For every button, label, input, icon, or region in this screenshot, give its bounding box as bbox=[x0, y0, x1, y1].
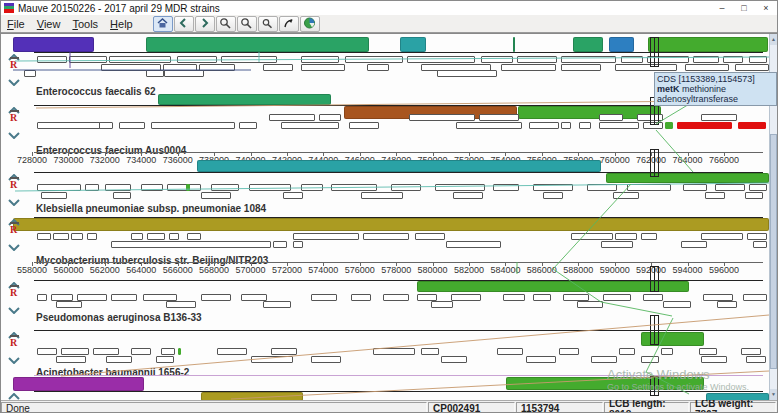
expand-track-down-icon[interactable] bbox=[8, 350, 20, 357]
gene-feature-box[interactable] bbox=[417, 294, 437, 301]
gene-feature-box[interactable] bbox=[441, 356, 467, 363]
gene-feature-box[interactable] bbox=[311, 294, 337, 301]
gene-feature-box[interactable] bbox=[131, 348, 151, 355]
expand-track-up-icon[interactable] bbox=[8, 325, 20, 332]
gene-feature-box[interactable] bbox=[561, 122, 571, 129]
gene-feature-box[interactable] bbox=[53, 233, 69, 240]
gene-feature-box[interactable] bbox=[151, 122, 235, 129]
gene-feature-box[interactable] bbox=[271, 348, 297, 355]
gene-feature-box[interactable] bbox=[743, 294, 767, 301]
gene-feature-box[interactable] bbox=[166, 301, 196, 308]
selection-highlight-box[interactable] bbox=[650, 266, 659, 292]
selection-highlight-box[interactable] bbox=[650, 149, 659, 177]
maximize-button[interactable]: □ bbox=[733, 3, 755, 13]
gene-feature-box[interactable] bbox=[745, 192, 763, 199]
gene-feature-box[interactable] bbox=[273, 241, 287, 248]
gene-feature-box[interactable] bbox=[749, 184, 767, 191]
gene-feature-box[interactable] bbox=[701, 356, 727, 363]
scroll-down-icon[interactable]: ▼ bbox=[770, 389, 777, 400]
gene-feature-box[interactable] bbox=[753, 241, 767, 248]
gene-feature-box[interactable] bbox=[493, 184, 519, 191]
gene-feature-box[interactable] bbox=[699, 348, 717, 355]
gene-feature-box[interactable] bbox=[705, 192, 725, 199]
lcb-block[interactable] bbox=[609, 37, 634, 52]
gene-feature-box[interactable] bbox=[37, 184, 81, 191]
gene-feature-box[interactable] bbox=[407, 56, 475, 63]
home-button[interactable] bbox=[153, 16, 173, 32]
gene-feature-box[interactable] bbox=[643, 294, 663, 301]
reverse-strand-icon[interactable]: R bbox=[10, 225, 17, 235]
lcb-block[interactable] bbox=[513, 37, 515, 52]
gene-feature-box[interactable] bbox=[517, 56, 557, 63]
gene-feature-box[interactable] bbox=[24, 70, 36, 77]
gene-feature-box[interactable] bbox=[311, 356, 341, 363]
gene-feature-box[interactable] bbox=[627, 184, 671, 191]
gene-feature-box[interactable] bbox=[211, 184, 239, 191]
gene-feature-box[interactable] bbox=[663, 301, 691, 308]
gene-feature-box[interactable] bbox=[111, 294, 137, 301]
gene-feature-box[interactable] bbox=[345, 56, 403, 63]
gene-feature-box[interactable] bbox=[263, 64, 293, 71]
gene-feature-box[interactable] bbox=[603, 294, 631, 301]
lcb-block[interactable] bbox=[706, 393, 769, 400]
gene-feature-box[interactable] bbox=[161, 348, 175, 355]
gene-feature-box[interactable] bbox=[741, 348, 761, 355]
gene-feature-box[interactable] bbox=[526, 356, 556, 363]
expand-track-up-icon[interactable] bbox=[8, 100, 20, 107]
gene-feature-box[interactable] bbox=[111, 241, 271, 248]
close-button[interactable]: × bbox=[755, 3, 777, 13]
gene-feature-box[interactable] bbox=[281, 122, 339, 129]
gene-feature-box[interactable] bbox=[579, 122, 591, 129]
gene-feature-box[interactable] bbox=[361, 192, 403, 199]
lcb-block[interactable] bbox=[506, 377, 704, 390]
gene-feature-box[interactable] bbox=[456, 122, 522, 129]
gene-feature-box[interactable] bbox=[201, 192, 231, 199]
gene-feature-box[interactable] bbox=[497, 348, 523, 355]
gene-feature-box[interactable] bbox=[69, 56, 107, 63]
gene-feature-box[interactable] bbox=[641, 356, 659, 363]
gene-feature-box[interactable] bbox=[641, 233, 657, 240]
gene-feature-box[interactable] bbox=[187, 233, 201, 240]
gene-feature-box[interactable] bbox=[293, 241, 303, 248]
gene-feature-box[interactable] bbox=[77, 294, 107, 301]
gene-feature-box[interactable] bbox=[217, 348, 247, 355]
gene-feature-box[interactable] bbox=[263, 301, 291, 308]
gene-feature-box[interactable] bbox=[301, 184, 323, 191]
reverse-strand-icon[interactable]: R bbox=[10, 288, 17, 298]
expand-track-down-icon[interactable] bbox=[8, 125, 20, 132]
gene-feature-box[interactable] bbox=[56, 356, 86, 363]
gene-feature-box[interactable] bbox=[143, 294, 177, 301]
gene-feature-box[interactable] bbox=[383, 294, 409, 301]
gene-feature-box[interactable] bbox=[119, 122, 145, 129]
selection-highlight-box[interactable] bbox=[650, 315, 659, 345]
gene-feature-box[interactable] bbox=[106, 356, 132, 363]
gene-feature-box[interactable] bbox=[435, 184, 485, 191]
gene-feature-box[interactable] bbox=[146, 70, 164, 77]
gene-feature-box[interactable] bbox=[723, 56, 743, 63]
gene-feature-box[interactable] bbox=[619, 348, 635, 355]
gene-feature-box[interactable] bbox=[501, 64, 556, 71]
gene-feature-box[interactable] bbox=[533, 294, 551, 301]
gene-feature-box[interactable] bbox=[109, 56, 171, 63]
shift-right-button[interactable] bbox=[195, 16, 215, 32]
gene-feature-box[interactable] bbox=[701, 114, 737, 121]
gene-feature-box[interactable] bbox=[415, 233, 445, 240]
gene-feature-box[interactable] bbox=[241, 294, 267, 301]
selection-highlight-box[interactable] bbox=[650, 376, 659, 396]
lcb-block[interactable] bbox=[201, 392, 303, 400]
gene-feature-box[interactable] bbox=[703, 294, 733, 301]
gene-feature-box[interactable] bbox=[701, 233, 743, 240]
weight-pie-button[interactable] bbox=[300, 16, 320, 32]
gene-feature-box[interactable] bbox=[351, 294, 371, 301]
expand-track-up-icon[interactable] bbox=[8, 212, 20, 219]
gene-feature-box[interactable] bbox=[615, 233, 637, 240]
pointer-button[interactable] bbox=[279, 16, 299, 32]
selection-highlight-box[interactable] bbox=[650, 37, 659, 67]
reverse-strand-icon[interactable]: R bbox=[10, 180, 17, 190]
gene-feature-box[interactable] bbox=[533, 184, 573, 191]
gene-feature-box[interactable] bbox=[437, 70, 497, 77]
scroll-up-icon[interactable]: ▲ bbox=[770, 34, 777, 45]
gene-feature-box[interactable] bbox=[453, 192, 483, 199]
gene-feature-box[interactable] bbox=[431, 301, 453, 308]
gene-feature-box[interactable] bbox=[113, 192, 131, 199]
